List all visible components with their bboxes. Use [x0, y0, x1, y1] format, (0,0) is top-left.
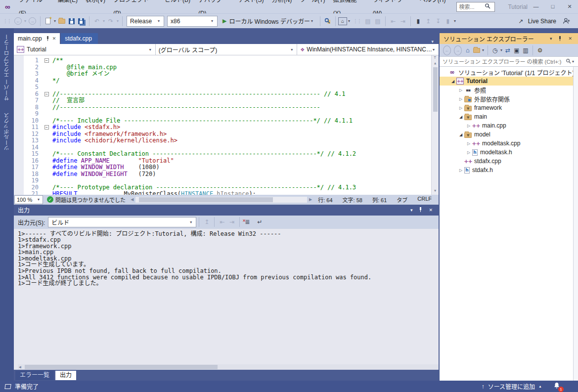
- scrollbar-thumb[interactable]: [433, 67, 438, 112]
- navigate-back-caret[interactable]: ▾: [24, 19, 26, 23]
- tree-item[interactable]: ▷hmodeltask.h: [440, 148, 573, 157]
- expand-arrow[interactable]: ▷: [465, 150, 472, 155]
- new-file-icon[interactable]: [44, 16, 52, 27]
- show-all-files-icon[interactable]: ▣: [513, 45, 521, 55]
- tool-window-tab[interactable]: 出力: [55, 371, 76, 380]
- sync-with-active-document-icon[interactable]: ⇄: [504, 45, 512, 55]
- toolbar-overflow-caret[interactable]: ▾: [454, 19, 456, 23]
- search-options-caret[interactable]: ▾: [572, 59, 574, 64]
- code-line[interactable]: 8//-------------------------------------…: [14, 104, 431, 111]
- code-line[interactable]: 15/*---- Constant Declaration ----------…: [14, 151, 431, 158]
- line-number[interactable]: 15: [14, 151, 44, 158]
- fold-collapse-icon[interactable]: −: [44, 58, 49, 63]
- find-in-files-icon[interactable]: [323, 16, 332, 27]
- close-icon[interactable]: ✕: [568, 36, 572, 41]
- line-number[interactable]: 14: [14, 144, 44, 151]
- undo-caret[interactable]: ▾: [103, 19, 105, 23]
- expand-arrow[interactable]: ◢: [457, 115, 464, 119]
- code-line[interactable]: 17#define WINDOW_WIDTH (1080): [14, 164, 431, 171]
- solution-scrollbar-gutter[interactable]: [573, 67, 578, 381]
- clear-all-output-icon[interactable]: ≣: [243, 217, 252, 227]
- next-bookmark-icon[interactable]: ↧: [434, 16, 443, 27]
- code-line[interactable]: 20/*---- Prototype declaration ---------…: [14, 184, 431, 191]
- tree-item[interactable]: ◢▼main: [440, 112, 573, 121]
- live-share-icon[interactable]: ↗: [517, 16, 526, 27]
- decrease-indent-icon[interactable]: ⇤: [389, 16, 398, 27]
- solution-configuration-select[interactable]: Release ▾: [127, 16, 164, 27]
- code-line[interactable]: 21HRESULT MyRegisterClass(HINSTANCE hIns…: [14, 191, 431, 195]
- fold-column[interactable]: −: [44, 57, 52, 64]
- feedback-person-icon[interactable]: [562, 16, 571, 27]
- clear-bookmarks-icon[interactable]: ▮: [444, 16, 452, 27]
- expand-arrow[interactable]: ◢: [449, 79, 456, 84]
- line-number[interactable]: 4: [14, 78, 44, 85]
- scope-dropdown[interactable]: (グローバル スコープ) ▾: [156, 44, 298, 55]
- scroll-left-icon[interactable]: ◀: [18, 365, 22, 369]
- output-panel-titlebar[interactable]: 出力 ▾ ✕: [14, 205, 439, 216]
- undo-icon[interactable]: ↶: [92, 16, 101, 27]
- output-log[interactable]: 1>------ すべてのリビルド開始: プロジェクト:Tutorial, 構成…: [14, 229, 439, 370]
- line-number[interactable]: 1: [14, 57, 44, 64]
- add-to-source-control-button[interactable]: ソース管理に追加: [488, 382, 535, 391]
- line-number[interactable]: 13: [14, 137, 44, 144]
- line-number[interactable]: 9: [14, 111, 44, 118]
- code-editor[interactable]: 1−/**2 @file main.cpp3 @brief メイン4*/56−/…: [14, 55, 439, 195]
- properties-wrench-icon[interactable]: ⚙: [536, 45, 544, 55]
- goto-prev-message-icon[interactable]: ⇤: [218, 217, 226, 227]
- save-all-icon[interactable]: [77, 16, 86, 27]
- quick-search-box[interactable]: [456, 2, 495, 12]
- line-number[interactable]: 12: [14, 131, 44, 138]
- maximize-button[interactable]: □: [544, 0, 561, 13]
- fold-column[interactable]: −: [44, 124, 52, 131]
- tree-item[interactable]: ◢++Tutorial: [440, 77, 573, 86]
- zoom-select[interactable]: 100 % ▾: [14, 195, 43, 204]
- code-line[interactable]: 11−#include <stdafx.h>: [14, 124, 431, 131]
- save-icon[interactable]: [67, 16, 76, 27]
- toggle-word-wrap-icon[interactable]: ↵: [255, 217, 264, 227]
- comment-selection-icon[interactable]: ▤: [363, 16, 372, 27]
- splitter-handle-icon[interactable]: ⊤: [434, 55, 437, 61]
- uncomment-selection-icon[interactable]: ▤: [373, 16, 382, 27]
- line-number[interactable]: 7: [14, 97, 44, 104]
- find-message-icon[interactable]: ↥: [202, 217, 211, 227]
- indent-mode[interactable]: タブ: [397, 196, 407, 204]
- tree-item[interactable]: ▷▪▪参照: [440, 86, 573, 94]
- switch-views-icon[interactable]: [473, 45, 481, 55]
- solution-search-box[interactable]: ▾: [440, 56, 578, 67]
- prev-bookmark-icon[interactable]: ↥: [424, 16, 433, 27]
- home-icon[interactable]: ⌂: [464, 45, 472, 55]
- search-input[interactable]: [459, 4, 485, 10]
- solution-platform-select[interactable]: x86 ▾: [167, 16, 218, 27]
- code-line[interactable]: 10/*---- Include File ------------------…: [14, 118, 431, 125]
- home-icon[interactable]: ⌂: [338, 17, 347, 25]
- line-number[interactable]: 16: [14, 158, 44, 165]
- navigate-forward-icon[interactable]: →: [29, 17, 36, 25]
- navigate-back-icon[interactable]: ←: [14, 17, 22, 25]
- document-well-dropdown[interactable]: ▾: [431, 39, 439, 44]
- line-number[interactable]: 17: [14, 164, 44, 171]
- code-line[interactable]: 18#define WINDOW_HEIGHT (720): [14, 171, 431, 178]
- scroll-up-icon[interactable]: ▲: [434, 61, 436, 66]
- minimize-button[interactable]: —: [528, 0, 544, 13]
- redo-icon[interactable]: ↷: [106, 16, 115, 27]
- code-line[interactable]: 2 @file main.cpp: [14, 64, 431, 71]
- member-dropdown[interactable]: ❖ WinMain(HINSTANCE hInstance, HINSTANCE…: [297, 44, 439, 55]
- tree-item[interactable]: ▷++modeltask.cpp: [440, 139, 573, 148]
- expand-arrow[interactable]: ◢: [457, 132, 464, 137]
- line-number[interactable]: 3: [14, 71, 44, 78]
- line-number[interactable]: 20: [14, 184, 44, 191]
- goto-next-message-icon[interactable]: ⇥: [227, 217, 236, 227]
- line-number[interactable]: 18: [14, 171, 44, 178]
- search-icon[interactable]: [485, 3, 490, 10]
- expand-arrow[interactable]: ▷: [457, 106, 464, 110]
- notifications-bell-icon[interactable]: 1: [553, 382, 560, 391]
- line-number[interactable]: 10: [14, 118, 44, 125]
- code-line[interactable]: 5: [14, 84, 431, 91]
- chevron-up-icon[interactable]: ▲: [538, 385, 542, 388]
- pin-icon[interactable]: [558, 36, 562, 42]
- toolbar-options-caret[interactable]: ▾: [348, 19, 350, 23]
- preview-selected-items-icon[interactable]: ▥: [522, 45, 530, 55]
- tree-item[interactable]: ▷++main.cpp: [440, 121, 573, 130]
- tree-item[interactable]: ∞ソリューション 'Tutorial' (1/1 プロジェクト): [440, 68, 573, 77]
- increase-indent-icon[interactable]: ⇥: [399, 16, 407, 27]
